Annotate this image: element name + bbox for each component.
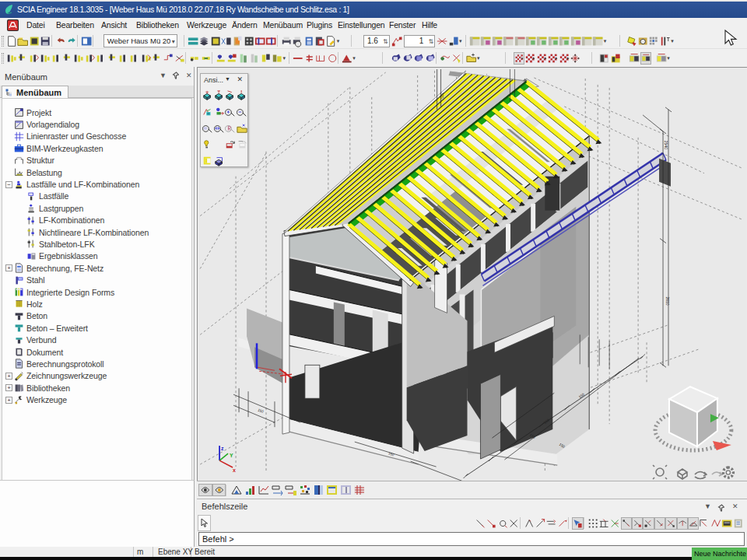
svg-text:300: 300 xyxy=(440,93,444,99)
svg-text:2540: 2540 xyxy=(664,141,668,149)
svg-text:z: z xyxy=(221,446,224,451)
svg-text:Y: Y xyxy=(230,453,233,458)
svg-text:x: x xyxy=(233,467,236,473)
svg-text:2610: 2610 xyxy=(665,296,670,305)
